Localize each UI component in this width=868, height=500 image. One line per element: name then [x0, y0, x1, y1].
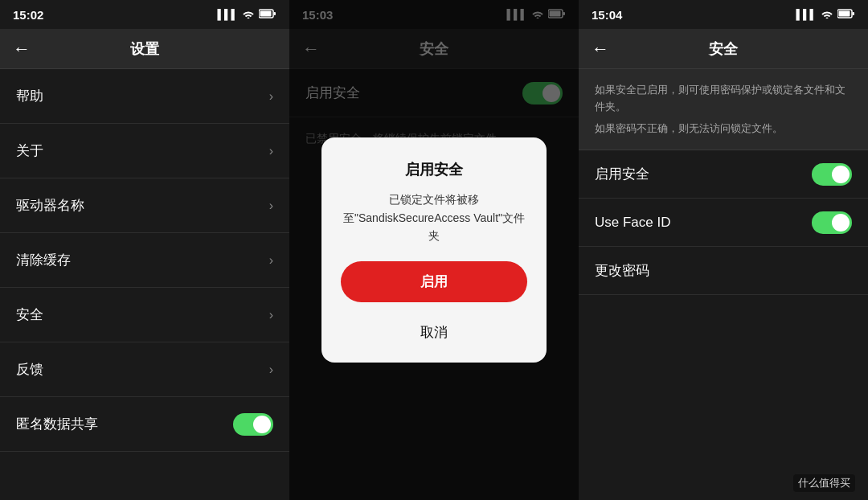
- back-button-3[interactable]: ←: [592, 39, 609, 59]
- dialog-overlay: 启用安全 已锁定文件将被移至"SandiskSecureAccess Vault…: [289, 0, 579, 500]
- info-text-2: 如果密码不正确，则无法访问锁定文件。: [595, 121, 852, 137]
- wifi-icon-1: [242, 9, 255, 21]
- status-icons-3: ▌▌▌: [796, 9, 855, 21]
- dialog-title: 启用安全: [341, 160, 527, 179]
- info-text-1: 如果安全已启用，则可使用密码保护或锁定各文件和文件夹。: [595, 82, 852, 116]
- drive-name-label: 驱动器名称: [16, 196, 84, 215]
- settings-item-help[interactable]: 帮助 ›: [0, 69, 289, 124]
- panel-security-detail: 15:04 ▌▌▌ ← 安全 如果安全已启用，则可使用密码保护或锁定各文件和文件…: [579, 0, 868, 500]
- nav-title-1: 设置: [130, 39, 159, 59]
- face-id-row[interactable]: Use Face ID ✓: [579, 199, 868, 247]
- status-time-1: 15:02: [13, 8, 43, 22]
- status-bar-3: 15:04 ▌▌▌: [579, 0, 868, 29]
- face-id-toggle[interactable]: ✓: [812, 211, 852, 234]
- svg-rect-1: [260, 10, 272, 16]
- about-label: 关于: [16, 141, 43, 160]
- chevron-help: ›: [269, 89, 273, 104]
- signal-icon-3: ▌▌▌: [796, 9, 817, 20]
- panel-security-dialog: 15:03 ▌▌▌ ← 安全 启用安全: [289, 0, 579, 500]
- dialog-body: 已锁定文件将被移至"SandiskSecureAccess Vault"文件夹: [341, 191, 527, 244]
- dialog-box: 启用安全 已锁定文件将被移至"SandiskSecureAccess Vault…: [321, 137, 547, 362]
- status-icons-1: ▌▌▌: [217, 9, 276, 21]
- svg-rect-2: [274, 12, 276, 15]
- settings-item-anonymous[interactable]: 匿名数据共享 ✓: [0, 397, 289, 452]
- settings-item-clear-cache[interactable]: 清除缓存 ›: [0, 233, 289, 288]
- change-password-label: 更改密码: [595, 261, 649, 280]
- back-button-1[interactable]: ←: [13, 39, 31, 59]
- chevron-drive: ›: [269, 199, 273, 213]
- toggle-check-faceid: ✓: [838, 216, 847, 228]
- nav-bar-3: ← 安全: [579, 29, 868, 69]
- change-password-row[interactable]: 更改密码: [579, 247, 868, 295]
- battery-icon-3: [837, 9, 855, 21]
- enable-security-toggle-detail[interactable]: ✓: [812, 163, 852, 186]
- signal-icon-1: ▌▌▌: [217, 9, 238, 20]
- svg-rect-7: [839, 10, 850, 16]
- anonymous-label: 匿名数据共享: [16, 415, 98, 433]
- face-id-label: Use Face ID: [595, 215, 670, 231]
- chevron-cache: ›: [269, 253, 273, 268]
- status-time-3: 15:04: [592, 8, 622, 22]
- settings-item-security[interactable]: 安全 ›: [0, 288, 289, 342]
- chevron-security: ›: [269, 308, 273, 322]
- chevron-about: ›: [269, 144, 273, 158]
- watermark: 什么值得买: [793, 474, 855, 492]
- toggle-check-detail: ✓: [838, 168, 847, 180]
- battery-icon-1: [259, 9, 276, 21]
- settings-item-drive-name[interactable]: 驱动器名称 ›: [0, 178, 289, 233]
- dialog-cancel-button[interactable]: 取消: [341, 315, 527, 350]
- enable-security-label-detail: 启用安全: [595, 165, 649, 183]
- info-box: 如果安全已启用，则可使用密码保护或锁定各文件和文件夹。 如果密码不正确，则无法访…: [579, 69, 868, 150]
- help-label: 帮助: [16, 87, 43, 105]
- settings-list: 帮助 › 关于 › 驱动器名称 › 清除缓存 › 安全 › 反馈 › 匿名数据共…: [0, 69, 289, 500]
- enable-security-row-detail[interactable]: 启用安全 ✓: [579, 150, 868, 199]
- svg-rect-8: [853, 12, 855, 15]
- dialog-confirm-button[interactable]: 启用: [341, 261, 527, 302]
- wifi-icon-3: [821, 9, 833, 21]
- settings-item-feedback[interactable]: 反馈 ›: [0, 342, 289, 397]
- clear-cache-label: 清除缓存: [16, 251, 71, 269]
- panel-settings: 15:02 ▌▌▌ ← 设置 帮助 ›: [0, 0, 289, 500]
- status-bar-1: 15:02 ▌▌▌: [0, 0, 289, 29]
- anonymous-toggle[interactable]: ✓: [233, 413, 273, 436]
- security-label: 安全: [16, 305, 43, 324]
- toggle-check-anonymous: ✓: [260, 418, 268, 430]
- chevron-feedback: ›: [269, 363, 273, 377]
- settings-item-about[interactable]: 关于 ›: [0, 124, 289, 178]
- feedback-label: 反馈: [16, 360, 43, 379]
- nav-title-3: 安全: [709, 39, 738, 59]
- nav-bar-1: ← 设置: [0, 29, 289, 69]
